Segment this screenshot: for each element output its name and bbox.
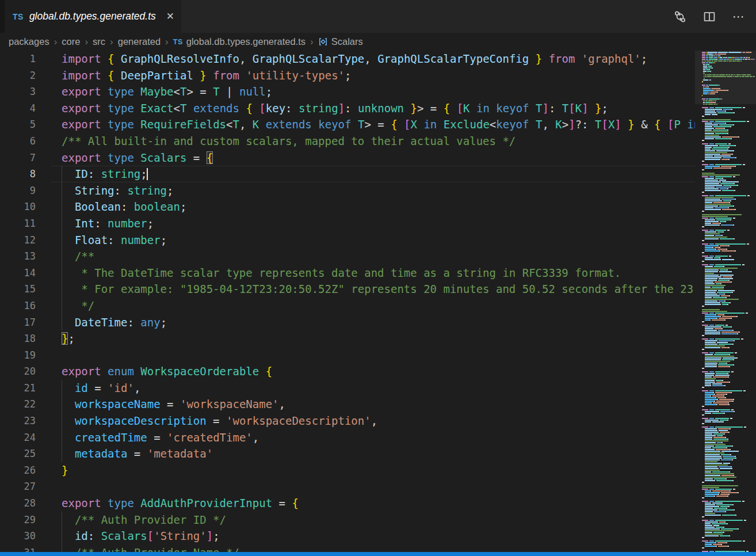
code-line[interactable]: 13 /** — [0, 248, 695, 265]
code-text: import { GraphQLResolveInfo, GraphQLScal… — [62, 51, 695, 67]
code-line[interactable]: 7export type Scalars = { — [0, 150, 695, 166]
code-line[interactable]: 8 ID: string; — [0, 166, 695, 182]
code-line[interactable]: 25 metadata = 'metadata' — [0, 445, 695, 462]
code-line[interactable]: 27 — [0, 478, 695, 495]
code-line[interactable]: 9 String: string; — [0, 182, 695, 199]
breadcrumb-item-scalars[interactable]: Scalars — [318, 36, 363, 47]
breadcrumb-item-core[interactable]: core — [62, 36, 80, 47]
code-line[interactable]: 30 id: Scalars['String']; — [0, 528, 695, 544]
close-tab-icon[interactable]: ✕ — [166, 12, 174, 21]
code-line[interactable]: 19 — [0, 347, 695, 364]
code-line[interactable]: 18}; — [0, 330, 695, 347]
line-number[interactable]: 27 — [0, 478, 36, 495]
breadcrumb-item-global-db-types-generated-ts[interactable]: TSglobal.db.types.generated.ts — [173, 36, 306, 47]
minimap-slider[interactable] — [695, 51, 756, 104]
code-text: }; — [62, 330, 695, 347]
line-number[interactable]: 8 — [0, 166, 36, 182]
code-text: export type Scalars = { — [62, 150, 695, 166]
line-number[interactable]: 6 — [0, 133, 36, 150]
line-number[interactable]: 3 — [0, 83, 36, 100]
line-number[interactable]: 30 — [0, 528, 36, 544]
code-text: DateTime: any; — [62, 314, 695, 331]
code-line[interactable]: 22 workspaceName = 'workspaceName', — [0, 396, 695, 413]
code-line[interactable]: 15 * For example: "1985-04-12T23:20:50.5… — [0, 281, 695, 298]
code-line[interactable]: 28export type AddAuthProviderInput = { — [0, 495, 695, 512]
code-line[interactable]: 31 /** Auth Provider Name */ — [0, 544, 695, 552]
code-line[interactable]: 17 DateTime: any; — [0, 314, 695, 331]
line-number[interactable]: 21 — [0, 380, 36, 397]
line-number[interactable]: 12 — [0, 232, 36, 249]
open-changes-icon[interactable] — [673, 10, 687, 24]
tab-global-db-types-generated-ts[interactable]: TS global.db.types.generated.ts ✕ — [5, 0, 181, 33]
code-text: export type AddAuthProviderInput = { — [62, 495, 695, 512]
breadcrumb-separator: › — [85, 36, 88, 48]
code-text: ID: string; — [62, 166, 695, 182]
breadcrumb-label: src — [93, 36, 105, 47]
line-number[interactable]: 18 — [0, 330, 36, 347]
line-number[interactable]: 15 — [0, 281, 36, 298]
line-number[interactable]: 26 — [0, 462, 36, 479]
code-line[interactable]: 12 Float: number; — [0, 232, 695, 249]
code-text: /** Auth Provider Name */ — [62, 544, 695, 552]
breadcrumb-item-generated[interactable]: generated — [118, 36, 161, 47]
breadcrumb-item-packages[interactable]: packages — [9, 36, 49, 47]
line-number[interactable]: 5 — [0, 116, 36, 133]
line-number[interactable]: 2 — [0, 67, 36, 84]
line-number[interactable]: 10 — [0, 199, 36, 215]
breadcrumb-separator: › — [110, 36, 113, 48]
ts-file-icon: TS — [173, 38, 183, 46]
code-line[interactable]: 2import { DeepPartial } from 'utility-ty… — [0, 67, 695, 84]
code-line[interactable]: 16 */ — [0, 298, 695, 314]
code-line[interactable]: 21 id = 'id', — [0, 380, 695, 397]
code-text: */ — [62, 298, 695, 314]
code-text: id = 'id', — [62, 380, 695, 397]
line-number[interactable]: 29 — [0, 512, 36, 528]
line-number[interactable]: 13 — [0, 248, 36, 265]
breadcrumb-item-src[interactable]: src — [93, 36, 105, 47]
editor-actions: ⋯ — [673, 0, 756, 33]
more-actions-icon[interactable]: ⋯ — [732, 10, 746, 24]
code-line[interactable]: 6/** All built-in and custom scalars, ma… — [0, 133, 695, 150]
code-text: metadata = 'metadata' — [62, 445, 695, 462]
status-bar — [0, 552, 756, 556]
code-text: id: Scalars['String']; — [62, 528, 695, 544]
code-line[interactable]: 29 /** Auth Provider ID */ — [0, 512, 695, 528]
line-number[interactable]: 23 — [0, 413, 36, 429]
code-line[interactable]: 3export type Maybe<T> = T | null; — [0, 83, 695, 100]
line-number[interactable]: 7 — [0, 150, 36, 166]
code-line[interactable]: 26} — [0, 462, 695, 479]
code-line[interactable]: 24 createdTime = 'createdTime', — [0, 429, 695, 446]
code-text: export type RequireFields<T, K extends k… — [62, 116, 695, 133]
line-number[interactable]: 22 — [0, 396, 36, 413]
breadcrumb-separator: › — [54, 36, 58, 48]
breadcrumb: packages›core›src›generated›TSglobal.db.… — [0, 33, 756, 51]
line-number[interactable]: 19 — [0, 347, 36, 364]
code-text: Int: number; — [62, 215, 695, 232]
line-number[interactable]: 11 — [0, 215, 36, 232]
line-number[interactable]: 17 — [0, 314, 36, 331]
code-line[interactable]: 10 Boolean: boolean; — [0, 199, 695, 215]
code-text: import { DeepPartial } from 'utility-typ… — [62, 67, 695, 84]
code-editor[interactable]: 1import { GraphQLResolveInfo, GraphQLSca… — [0, 51, 695, 552]
line-number[interactable]: 16 — [0, 298, 36, 314]
line-number[interactable]: 24 — [0, 429, 36, 446]
line-number[interactable]: 1 — [0, 51, 36, 67]
code-line[interactable]: 4export type Exact<T extends { [key: str… — [0, 100, 695, 117]
code-line[interactable]: 23 workspaceDescription = 'workspaceDesc… — [0, 413, 695, 429]
line-number[interactable]: 20 — [0, 363, 36, 380]
split-editor-icon[interactable] — [702, 10, 716, 24]
code-line[interactable]: 14 * The DateTime scalar type represents… — [0, 265, 695, 281]
code-line[interactable]: 20export enum WorkspaceOrderable { — [0, 363, 695, 380]
line-number[interactable]: 14 — [0, 265, 36, 281]
code-line[interactable]: 11 Int: number; — [0, 215, 695, 232]
code-line[interactable]: 5export type RequireFields<T, K extends … — [0, 116, 695, 133]
line-number[interactable]: 9 — [0, 182, 36, 199]
code-line[interactable]: 1import { GraphQLResolveInfo, GraphQLSca… — [0, 51, 695, 67]
minimap[interactable] — [695, 51, 756, 552]
code-text: /** Auth Provider ID */ — [62, 512, 695, 528]
line-number[interactable]: 31 — [0, 544, 36, 552]
line-number[interactable]: 28 — [0, 495, 36, 512]
line-number[interactable]: 4 — [0, 100, 36, 117]
line-number[interactable]: 25 — [0, 445, 36, 462]
minimap-content — [702, 52, 755, 552]
